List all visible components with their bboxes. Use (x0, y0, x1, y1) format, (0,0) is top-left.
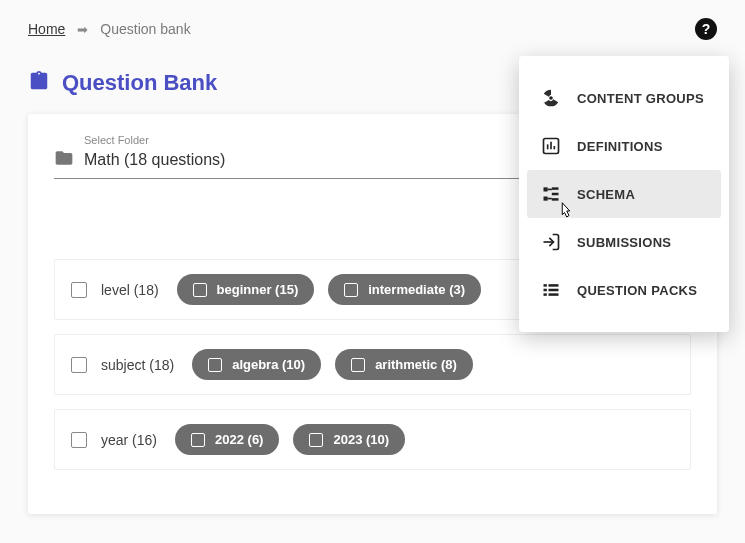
menu-item[interactable]: SCHEMA (527, 170, 721, 218)
list-icon (541, 280, 561, 300)
chip-label: beginner (15) (217, 282, 299, 297)
folder-select-value: Math (18 questions) (84, 151, 573, 169)
svg-rect-16 (544, 289, 547, 292)
chip-label: algebra (10) (232, 357, 305, 372)
row-checkbox[interactable] (71, 282, 87, 298)
chip-checkbox[interactable] (193, 283, 207, 297)
svg-point-1 (549, 96, 553, 100)
svg-rect-10 (552, 198, 559, 201)
help-icon[interactable]: ? (695, 18, 717, 40)
tag-chip[interactable]: beginner (15) (177, 274, 315, 305)
page-title: Question Bank (62, 70, 217, 96)
tag-chip[interactable]: intermediate (3) (328, 274, 481, 305)
breadcrumb: Home ➡ Question bank (28, 21, 191, 37)
row-checkbox[interactable] (71, 432, 87, 448)
chip-label: 2022 (6) (215, 432, 263, 447)
tag-label: subject (18) (101, 357, 174, 373)
chip-label: 2023 (10) (333, 432, 389, 447)
dropdown-menu: CONTENT GROUPSDEFINITIONSSCHEMASUBMISSIO… (519, 56, 729, 332)
chip-checkbox[interactable] (208, 358, 222, 372)
clipboard-icon (28, 70, 50, 96)
folder-select[interactable]: Select Folder Math (18 questions) ▼ (54, 134, 592, 179)
row-checkbox[interactable] (71, 357, 87, 373)
svg-rect-11 (548, 189, 552, 191)
chip-checkbox[interactable] (344, 283, 358, 297)
radiation-icon (541, 88, 561, 108)
chip-checkbox[interactable] (351, 358, 365, 372)
tag-chip[interactable]: 2022 (6) (175, 424, 279, 455)
chip-checkbox[interactable] (309, 433, 323, 447)
svg-rect-19 (549, 293, 559, 296)
chip-checkbox[interactable] (191, 433, 205, 447)
menu-item[interactable]: DEFINITIONS (519, 122, 729, 170)
chip-label: arithmetic (8) (375, 357, 457, 372)
breadcrumb-current: Question bank (100, 21, 190, 37)
menu-item-label: CONTENT GROUPS (577, 91, 704, 106)
hierarchy-icon (541, 184, 561, 204)
svg-rect-15 (549, 284, 559, 287)
svg-rect-6 (544, 187, 548, 191)
svg-rect-17 (549, 289, 559, 292)
tag-label: year (16) (101, 432, 157, 448)
breadcrumb-arrow-icon: ➡ (77, 22, 88, 37)
menu-item-label: QUESTION PACKS (577, 283, 697, 298)
menu-item-label: SUBMISSIONS (577, 235, 671, 250)
breadcrumb-home-link[interactable]: Home (28, 21, 65, 37)
tag-chip[interactable]: 2023 (10) (293, 424, 405, 455)
bar-chart-icon (541, 136, 561, 156)
exit-icon (541, 232, 561, 252)
svg-rect-9 (552, 193, 559, 196)
menu-item[interactable]: QUESTION PACKS (519, 266, 729, 314)
tag-label: level (18) (101, 282, 159, 298)
tag-row: year (16)2022 (6)2023 (10) (54, 409, 691, 470)
svg-rect-7 (544, 197, 548, 201)
menu-item[interactable]: SUBMISSIONS (519, 218, 729, 266)
menu-item[interactable]: CONTENT GROUPS (519, 74, 729, 122)
svg-rect-14 (544, 284, 547, 287)
folder-icon (54, 148, 74, 172)
tag-row: subject (18)algebra (10)arithmetic (8) (54, 334, 691, 395)
menu-item-label: SCHEMA (577, 187, 635, 202)
svg-rect-12 (548, 198, 552, 200)
tag-chip[interactable]: arithmetic (8) (335, 349, 473, 380)
folder-select-label: Select Folder (84, 134, 592, 146)
svg-rect-18 (544, 293, 547, 296)
menu-item-label: DEFINITIONS (577, 139, 663, 154)
tag-chip[interactable]: algebra (10) (192, 349, 321, 380)
svg-rect-8 (552, 187, 559, 190)
chip-label: intermediate (3) (368, 282, 465, 297)
